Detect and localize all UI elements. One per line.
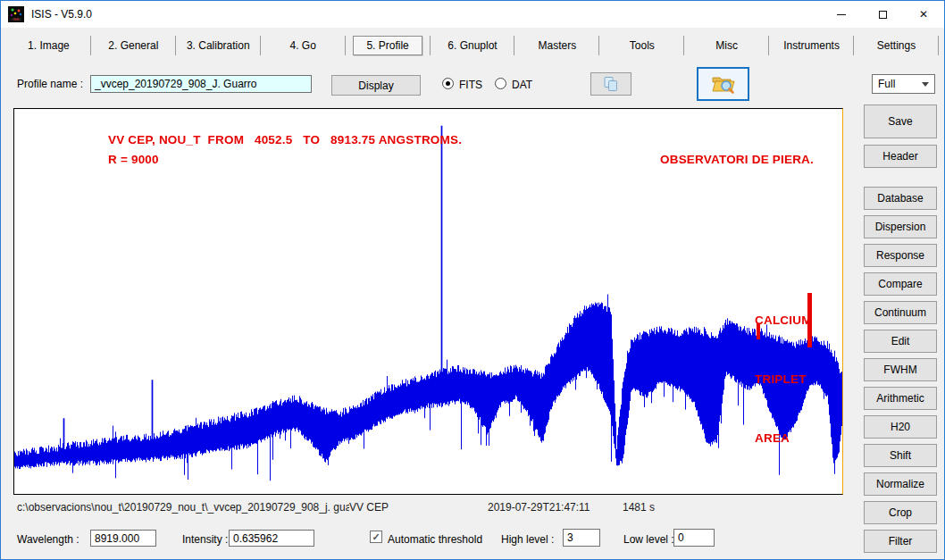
copy-pages-icon	[602, 75, 620, 93]
observatory-annotation: OBSERVATORI DE PIERA.	[660, 153, 814, 166]
database-button[interactable]: Database	[864, 187, 937, 210]
tab-instruments[interactable]: Instruments	[769, 33, 854, 58]
observation-datetime: 2019-07-29T21:47:11	[488, 501, 590, 514]
spectrum-plot[interactable]: VV CEP, NOU_T FROM 4052.5 TO 8913.75 ANG…	[13, 108, 843, 495]
svg-text:ISIS: ISIS	[13, 18, 20, 21]
app-window: ISIS ISIS - V5.9.0 ✕ 1. Image 2. General…	[0, 0, 945, 560]
dat-radio[interactable]	[495, 78, 506, 89]
window-title: ISIS - V5.9.0	[31, 8, 92, 21]
spectrum-canvas[interactable]	[14, 109, 842, 494]
object-name: VV CEP	[349, 501, 389, 514]
calcium-region-tick-right	[807, 293, 812, 347]
profile-name-label: Profile name :	[17, 78, 83, 90]
save-button[interactable]: Save	[864, 104, 937, 138]
resolution-annotation: R = 9000	[108, 153, 159, 166]
profile-toolbar: Profile name : Display FITS DAT Full	[1, 67, 944, 108]
status-row: c:\observacions\nou_t\20190729_nou_t\_vv…	[1, 501, 944, 515]
compare-button[interactable]: Compare	[864, 272, 937, 296]
dispersion-button[interactable]: Dispersion	[864, 215, 937, 238]
edit-button[interactable]: Edit	[864, 330, 937, 353]
fwhm-button[interactable]: FWHM	[864, 358, 937, 381]
side-button-column: Save Header Database Dispersion Response…	[864, 104, 937, 553]
minimize-button[interactable]	[821, 1, 862, 28]
display-range-value: Full	[878, 78, 895, 90]
wavelength-label: Wavelength :	[17, 533, 79, 546]
response-button[interactable]: Response	[864, 244, 937, 267]
maximize-button[interactable]	[862, 1, 903, 28]
display-button[interactable]: Display	[331, 75, 421, 96]
shift-button[interactable]: Shift	[864, 444, 937, 467]
tab-masters[interactable]: Masters	[514, 33, 599, 58]
tab-calibration[interactable]: 3. Calibration	[176, 33, 261, 58]
continuum-button[interactable]: Continuum	[864, 301, 937, 324]
display-range-select[interactable]: Full	[872, 74, 935, 94]
plot-title-annotation: VV CEP, NOU_T FROM 4052.5 TO 8913.75 ANG…	[108, 133, 814, 146]
automatic-threshold-label: Automatic threshold	[388, 533, 482, 546]
title-bar: ISIS ISIS - V5.9.0 ✕	[1, 1, 944, 28]
close-icon: ✕	[919, 8, 928, 21]
calcium-triplet-annotation: CALCIUM TRIPLET AREA	[755, 272, 812, 488]
maximize-icon	[879, 11, 887, 19]
copy-profile-button[interactable]	[590, 72, 631, 96]
app-icon: ISIS	[8, 6, 24, 22]
exposure-time: 1481 s	[623, 501, 655, 514]
automatic-threshold-checkbox[interactable]: ✓	[370, 531, 382, 543]
intensity-field[interactable]	[229, 530, 314, 547]
minimize-icon	[837, 14, 846, 15]
arithmetic-button[interactable]: Arithmetic	[864, 387, 937, 410]
check-icon: ✓	[372, 531, 380, 543]
tab-go[interactable]: 4. Go	[261, 33, 346, 58]
plot-subtitle-annotation: R = 9000 OBSERVATORI DE PIERA.	[108, 153, 814, 166]
low-level-field[interactable]	[673, 529, 715, 547]
high-level-label: High level :	[501, 533, 554, 546]
low-level-label: Low level :	[623, 533, 674, 546]
normalize-button[interactable]: Normalize	[864, 472, 937, 496]
browse-profile-button[interactable]	[697, 67, 749, 101]
tab-misc[interactable]: Misc	[684, 33, 769, 58]
chevron-down-icon	[922, 82, 929, 87]
header-button[interactable]: Header	[864, 145, 937, 168]
tab-profile[interactable]: 5. Profile	[346, 33, 431, 58]
tab-gnuplot[interactable]: 6. Gnuplot	[431, 33, 515, 58]
tab-image[interactable]: 1. Image	[6, 33, 91, 58]
folder-search-icon	[711, 73, 736, 95]
tab-tools[interactable]: Tools	[599, 33, 684, 58]
fits-radio-label: FITS	[459, 79, 482, 91]
file-path: c:\observacions\nou_t\20190729_nou_t\_vv…	[17, 501, 349, 514]
wavelength-field[interactable]	[90, 530, 156, 547]
tab-bar: 1. Image 2. General 3. Calibration 4. Go…	[1, 33, 944, 58]
h2o-button[interactable]: H20	[864, 415, 937, 439]
footer-controls: Wavelength : Intensity : ✓ Automatic thr…	[1, 526, 944, 553]
fits-radio[interactable]	[442, 78, 454, 89]
intensity-label: Intensity :	[182, 533, 228, 546]
high-level-field[interactable]	[563, 529, 600, 547]
close-button[interactable]: ✕	[903, 1, 944, 28]
dat-radio-label: DAT	[512, 79, 532, 91]
tab-general[interactable]: 2. General	[91, 33, 176, 58]
tab-settings[interactable]: Settings	[854, 33, 939, 58]
profile-name-input[interactable]	[90, 75, 312, 93]
calcium-region-tick-left	[757, 323, 760, 339]
